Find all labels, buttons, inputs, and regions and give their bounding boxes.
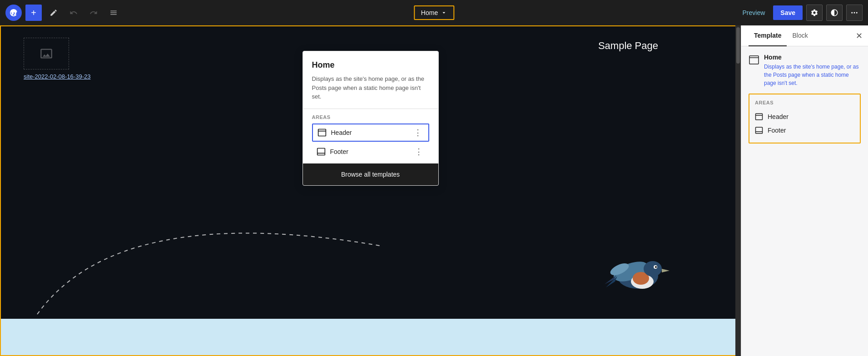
svg-rect-5: [317, 148, 325, 155]
tab-template[interactable]: Template: [749, 25, 787, 46]
header-area-label: Header: [331, 129, 352, 136]
footer-area-more-button[interactable]: ⋮: [413, 148, 425, 156]
scrollbar-thumb[interactable]: [736, 27, 740, 64]
add-button[interactable]: +: [25, 5, 42, 21]
canvas-dashed-path: [28, 192, 392, 319]
right-sidebar: Template Block ✕ Home Displays as the si…: [741, 25, 868, 356]
canvas-bottom-strip: [1, 319, 740, 355]
more-options-button[interactable]: [846, 5, 863, 21]
toolbar: + Home Preview Save: [0, 0, 868, 25]
canvas-sample-page: Sample Page: [598, 40, 658, 52]
header-area-more-button[interactable]: ⋮: [412, 129, 424, 137]
undo-button[interactable]: [65, 5, 82, 21]
redo-button[interactable]: [85, 5, 102, 21]
dropdown-areas-label: AREAS: [312, 114, 429, 120]
tab-block[interactable]: Block: [787, 25, 813, 46]
toolbar-center: Home: [414, 5, 454, 20]
svg-point-14: [655, 266, 657, 268]
home-dropdown-button[interactable]: Home: [414, 5, 454, 20]
edit-tools-button[interactable]: [45, 5, 62, 21]
sidebar-template-info: Home Displays as the site's home page, o…: [749, 54, 861, 87]
sidebar-areas-label: AREAS: [755, 100, 854, 105]
svg-point-0: [851, 12, 853, 14]
preview-button[interactable]: Preview: [738, 6, 770, 19]
dropdown-area-header[interactable]: Header ⋮: [312, 124, 429, 142]
home-dropdown-label: Home: [421, 9, 438, 16]
dropdown-title: Home: [312, 60, 429, 70]
contrast-button[interactable]: [826, 5, 843, 21]
sidebar-areas-section: AREAS Header Footer: [749, 94, 861, 143]
canvas-bird: [604, 249, 672, 301]
svg-point-2: [856, 12, 858, 14]
tools-menu-button[interactable]: [105, 5, 122, 21]
dropdown-description: Displays as the site's home page, or as …: [312, 74, 429, 101]
canvas-wrapper: Home Displays as the site's home page, o…: [0, 25, 741, 356]
main-area: Home Displays as the site's home page, o…: [0, 25, 868, 356]
sidebar-template-title: Home: [764, 54, 861, 61]
svg-point-1: [854, 12, 855, 14]
browse-all-templates-button[interactable]: Browse all templates: [303, 163, 438, 185]
canvas-site-link[interactable]: site-2022-02-08-16-39-23: [24, 73, 90, 80]
settings-button[interactable]: [806, 5, 823, 21]
canvas-thumbnail: site-2022-02-08-16-39-23: [24, 38, 90, 80]
sidebar-area-header[interactable]: Header: [755, 110, 854, 124]
header-area-icon: [317, 128, 327, 137]
wp-logo-button[interactable]: [5, 5, 22, 21]
svg-marker-15: [662, 269, 670, 272]
sidebar-close-button[interactable]: ✕: [856, 31, 863, 41]
sidebar-template-icon: [749, 54, 759, 65]
home-dropdown-popup: Home Displays as the site's home page, o…: [303, 51, 439, 186]
svg-point-12: [644, 261, 662, 277]
footer-area-icon: [317, 147, 326, 156]
vertical-scrollbar[interactable]: [735, 25, 741, 356]
svg-marker-16: [606, 276, 617, 287]
save-button[interactable]: Save: [773, 5, 803, 20]
sidebar-content: Home Displays as the site's home page, o…: [741, 46, 868, 356]
sidebar-template-description: Displays as the site's home page, or as …: [764, 63, 861, 87]
svg-rect-3: [318, 129, 326, 136]
toolbar-right: Preview Save: [738, 5, 863, 21]
svg-rect-22: [756, 127, 763, 134]
svg-rect-20: [756, 114, 763, 120]
dropdown-area-footer[interactable]: Footer ⋮: [312, 143, 429, 160]
sidebar-area-footer[interactable]: Footer: [755, 124, 854, 137]
svg-rect-18: [749, 56, 759, 64]
footer-area-label: Footer: [330, 148, 348, 155]
sidebar-tabs-header: Template Block ✕: [741, 25, 868, 46]
dropdown-divider: [303, 109, 438, 109]
